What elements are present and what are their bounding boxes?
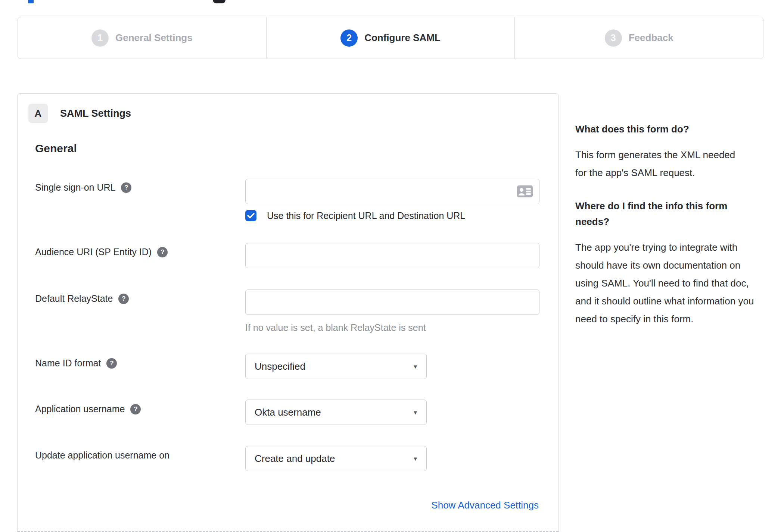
step-2-circle: 2: [340, 29, 358, 47]
audience-uri-label-text: Audience URI (SP Entity ID): [35, 247, 152, 257]
single-sign-on-url-label: Single sign-on URL ?: [35, 182, 131, 193]
recipient-url-checkbox-label: Use this for Recipient URL and Destinati…: [267, 210, 465, 221]
help-heading-1: What does this form do?: [575, 121, 762, 137]
step-configure-saml[interactable]: 2 Configure SAML: [266, 17, 515, 59]
update-username-on-label-text: Update application username on: [35, 450, 169, 461]
saml-settings-card: A SAML Settings General Single sign-on U…: [17, 93, 559, 532]
chevron-down-icon: ▼: [413, 456, 418, 462]
name-id-format-value: Unspecified: [255, 361, 305, 372]
name-id-format-select[interactable]: Unspecified ▼: [245, 354, 427, 379]
default-relaystate-label-text: Default RelayState: [35, 293, 113, 304]
chevron-down-icon: ▼: [413, 363, 418, 370]
show-advanced-settings-link[interactable]: Show Advanced Settings: [431, 500, 539, 511]
default-relaystate-input[interactable]: [245, 290, 539, 315]
step-3-label: Feedback: [629, 32, 673, 44]
update-username-on-value: Create and update: [255, 453, 335, 464]
help-icon[interactable]: ?: [118, 294, 129, 304]
name-id-format-label: Name ID format ?: [35, 358, 117, 369]
general-section-heading: General: [35, 142, 77, 155]
update-username-on-select[interactable]: Create and update ▼: [245, 446, 427, 471]
help-icon[interactable]: ?: [130, 404, 141, 414]
step-general-settings[interactable]: 1 General Settings: [18, 17, 266, 59]
recipient-url-checkbox[interactable]: [245, 210, 256, 221]
application-username-value: Okta username: [255, 407, 321, 418]
chevron-down-icon: ▼: [413, 409, 418, 416]
application-username-select[interactable]: Okta username ▼: [245, 400, 427, 425]
section-a-badge: A: [28, 104, 48, 123]
default-relaystate-label: Default RelayState ?: [35, 293, 129, 304]
partial-logo-fragment: [28, 0, 34, 3]
audience-uri-label: Audience URI (SP Entity ID) ?: [35, 247, 168, 257]
help-paragraph-2: The app you're trying to integrate with …: [575, 238, 764, 328]
help-paragraph-1: This form generates the XML needed for t…: [575, 146, 748, 182]
step-2-label: Configure SAML: [364, 32, 441, 44]
name-id-format-label-text: Name ID format: [35, 358, 101, 369]
help-sidebar: What does this form do? This form genera…: [575, 121, 766, 344]
step-feedback[interactable]: 3 Feedback: [514, 17, 763, 59]
application-username-label: Application username ?: [35, 404, 141, 414]
recipient-url-checkbox-row: Use this for Recipient URL and Destinati…: [245, 210, 465, 221]
single-sign-on-url-input[interactable]: [245, 179, 539, 204]
checkmark-icon: [247, 213, 255, 219]
audience-uri-input[interactable]: [245, 243, 539, 268]
single-sign-on-url-input-wrap: [245, 179, 539, 204]
card-title: SAML Settings: [60, 108, 131, 119]
help-icon[interactable]: ?: [157, 247, 168, 257]
help-heading-2: Where do I find the info this form needs…: [575, 198, 762, 229]
partial-header-fragment: [213, 0, 225, 3]
single-sign-on-url-label-text: Single sign-on URL: [35, 182, 115, 193]
help-icon[interactable]: ?: [106, 358, 117, 369]
relaystate-hint: If no value is set, a blank RelayState i…: [245, 322, 426, 333]
update-username-on-label: Update application username on: [35, 450, 169, 461]
step-1-label: General Settings: [115, 32, 193, 44]
wizard-step-bar: 1 General Settings 2 Configure SAML 3 Fe…: [18, 17, 763, 59]
step-3-circle: 3: [605, 29, 622, 47]
application-username-label-text: Application username: [35, 404, 125, 414]
step-1-circle: 1: [91, 29, 109, 47]
help-icon[interactable]: ?: [121, 182, 131, 193]
